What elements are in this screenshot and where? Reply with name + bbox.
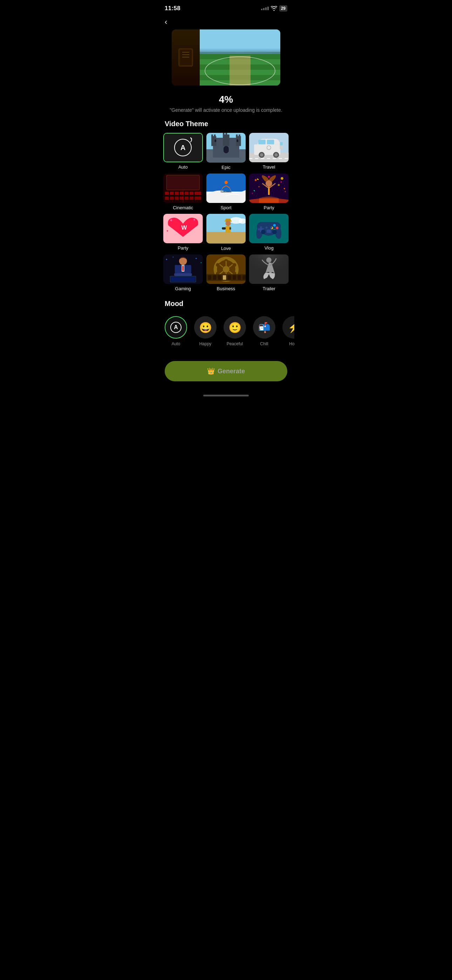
theme-travel[interactable]: Travel — [249, 133, 289, 170]
theme-love-label: Love — [221, 246, 231, 251]
home-bar — [203, 395, 249, 396]
theme-party2[interactable]: W ✦ ✦ ✦ Party — [163, 214, 203, 251]
svg-rect-47 — [185, 191, 188, 194]
mood-peaceful-label: Peaceful — [227, 341, 243, 346]
svg-rect-48 — [189, 191, 193, 194]
svg-rect-51 — [170, 196, 174, 199]
mood-peaceful[interactable]: 🙂 Peaceful — [224, 316, 246, 346]
theme-epic[interactable]: Epic — [206, 133, 246, 170]
mood-scroll: A Auto 😀 Happy 🙂 Peaceful 📬 Chill — [158, 313, 294, 350]
svg-rect-155 — [242, 275, 246, 280]
svg-point-138 — [232, 263, 236, 267]
svg-rect-19 — [211, 135, 213, 137]
back-button[interactable]: ‹ — [165, 18, 167, 26]
svg-text:W: W — [181, 224, 187, 231]
wifi-icon — [271, 6, 277, 11]
theme-gaming-thumb — [163, 255, 203, 284]
progress-message: "Generate" will activate once uploading … — [165, 107, 287, 113]
svg-rect-31 — [259, 140, 266, 145]
svg-rect-150 — [218, 275, 221, 280]
preview-left-panel — [172, 29, 200, 86]
svg-rect-25 — [223, 146, 228, 154]
mood-hot[interactable]: ⚡ Ho... — [282, 316, 294, 346]
svg-rect-43 — [165, 191, 169, 194]
svg-point-117 — [166, 259, 167, 260]
svg-text:✦: ✦ — [169, 218, 173, 223]
theme-party1[interactable]: Party — [249, 173, 289, 211]
svg-point-107 — [273, 224, 276, 227]
theme-love-thumb — [206, 214, 246, 243]
svg-point-73 — [281, 177, 283, 180]
svg-point-77 — [252, 192, 253, 194]
svg-point-108 — [276, 227, 279, 229]
theme-gaming[interactable]: Gaming — [163, 255, 203, 292]
theme-vlog-thumb — [249, 214, 289, 243]
theme-epic-thumb — [206, 133, 246, 162]
svg-point-119 — [196, 258, 197, 259]
theme-cinematic[interactable]: Cinematic — [163, 173, 203, 211]
theme-party1-label: Party — [264, 205, 274, 210]
mood-happy[interactable]: 😀 Happy — [194, 316, 216, 346]
theme-gaming-label: Gaming — [175, 286, 191, 291]
svg-point-102 — [224, 227, 226, 229]
generate-button[interactable]: 👑 Generate — [165, 361, 287, 381]
svg-rect-126 — [188, 265, 191, 273]
theme-auto-label: Auto — [178, 164, 188, 170]
mood-chill-circle: 📬 — [253, 316, 275, 339]
progress-section: 4% "Generate" will activate once uploadi… — [158, 91, 294, 120]
svg-rect-23 — [223, 133, 224, 136]
nav-bar: ‹ — [158, 15, 294, 29]
theme-grid: A Auto — [158, 133, 294, 297]
svg-rect-124 — [182, 266, 184, 270]
video-theme-section: Video Theme A Auto — [158, 120, 294, 297]
svg-rect-32 — [267, 140, 274, 145]
svg-rect-152 — [228, 275, 231, 280]
mood-auto[interactable]: A Auto — [165, 316, 187, 346]
theme-sport[interactable]: Sport — [206, 173, 246, 211]
theme-vlog-label: Vlog — [264, 245, 274, 251]
svg-rect-21 — [236, 135, 237, 137]
svg-rect-103 — [229, 227, 231, 229]
video-theme-title: Video Theme — [158, 120, 294, 133]
svg-rect-45 — [175, 191, 179, 194]
mood-hot-label: Ho... — [289, 341, 294, 346]
svg-point-38 — [275, 153, 278, 156]
battery-level: 29 — [281, 6, 286, 11]
crown-icon: 👑 — [207, 368, 215, 375]
svg-rect-44 — [170, 191, 174, 194]
svg-rect-149 — [213, 275, 216, 280]
svg-text:✦: ✦ — [166, 229, 169, 233]
mood-section: Mood A Auto 😀 Happy 🙂 Peaceful — [158, 297, 294, 357]
svg-rect-49 — [194, 191, 201, 194]
theme-love[interactable]: Love — [206, 214, 246, 251]
svg-rect-130 — [171, 277, 195, 281]
mood-chill[interactable]: 📬 Chill — [253, 316, 275, 346]
theme-party2-thumb: W ✦ ✦ ✦ — [163, 214, 203, 243]
theme-business[interactable]: Business — [206, 255, 246, 292]
svg-rect-54 — [185, 196, 188, 199]
theme-trailer-thumb — [249, 255, 289, 284]
svg-point-113 — [261, 229, 266, 234]
theme-party1-thumb — [249, 173, 289, 203]
theme-travel-thumb — [249, 133, 289, 162]
svg-rect-11 — [229, 56, 250, 86]
theme-auto-thumb: A — [163, 133, 203, 162]
svg-rect-50 — [165, 196, 169, 199]
svg-point-78 — [285, 191, 286, 192]
svg-rect-24 — [225, 133, 227, 136]
svg-rect-27 — [237, 140, 238, 142]
theme-vlog[interactable]: Vlog — [249, 214, 289, 251]
svg-point-98 — [225, 221, 231, 226]
mood-peaceful-circle: 🙂 — [224, 316, 246, 339]
svg-point-134 — [223, 266, 229, 272]
svg-rect-148 — [208, 275, 211, 280]
theme-sport-thumb — [206, 173, 246, 203]
svg-point-114 — [272, 229, 277, 234]
theme-auto[interactable]: A Auto — [163, 133, 203, 170]
mood-chill-label: Chill — [260, 341, 268, 346]
theme-trailer[interactable]: Trailer — [249, 255, 289, 292]
svg-point-61 — [224, 180, 228, 184]
theme-epic-label: Epic — [221, 165, 230, 170]
theme-cinematic-label: Cinematic — [173, 205, 193, 210]
theme-sport-label: Sport — [220, 205, 231, 210]
